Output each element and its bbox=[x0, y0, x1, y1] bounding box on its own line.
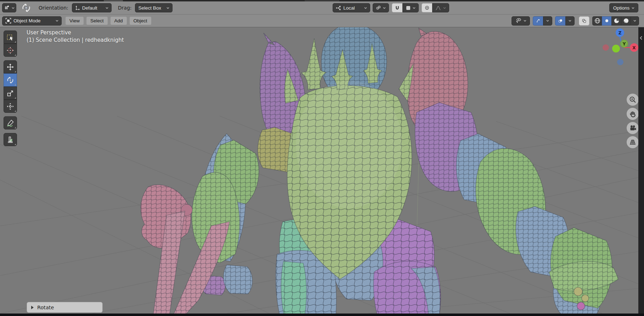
ortho-toggle-button[interactable] bbox=[627, 136, 639, 148]
proportional-editing-icon bbox=[425, 5, 429, 11]
chevron-down-icon bbox=[12, 7, 15, 9]
viewport-menus: View Select Add Object bbox=[65, 16, 154, 25]
proportional-editing-toggle[interactable] bbox=[422, 3, 432, 12]
transform-orientation-dropdown[interactable]: Local bbox=[333, 3, 370, 12]
overlays-toggle-icon bbox=[558, 18, 563, 24]
chevron-down-icon bbox=[413, 7, 416, 9]
svg-text:Y: Y bbox=[622, 41, 626, 46]
material-shading-icon bbox=[614, 18, 620, 24]
drag-dropdown[interactable]: Select Box bbox=[135, 3, 173, 12]
editor-type-button[interactable] bbox=[2, 3, 16, 12]
transform-orientation-icon bbox=[336, 5, 341, 11]
tool-select-box[interactable] bbox=[4, 31, 17, 44]
ortho-grid-icon bbox=[629, 138, 637, 146]
shading-dropdown[interactable] bbox=[631, 16, 639, 26]
viewport-header: Object Mode View Select Add Object bbox=[0, 15, 644, 27]
move-tool-icon bbox=[6, 63, 14, 71]
options-label: Options bbox=[613, 5, 630, 11]
chevron-down-icon bbox=[383, 7, 386, 9]
chevron-down-icon bbox=[633, 20, 636, 22]
chevron-down-icon bbox=[524, 20, 526, 22]
menu-view[interactable]: View bbox=[65, 16, 84, 25]
zoom-button[interactable] bbox=[627, 94, 639, 106]
orientation-value: Default bbox=[82, 5, 97, 11]
magnet-icon bbox=[395, 5, 400, 11]
chevron-down-icon bbox=[166, 7, 169, 9]
wireframe-shading-icon bbox=[594, 18, 600, 24]
shading-wireframe-button[interactable] bbox=[592, 16, 602, 26]
sidebar-collapsed-strip[interactable] bbox=[638, 27, 644, 314]
tool-rotate[interactable] bbox=[4, 73, 17, 87]
gizmo-axis-z[interactable]: Z bbox=[616, 28, 624, 37]
visibility-filter-icon bbox=[515, 18, 521, 24]
chevron-down-icon bbox=[56, 20, 58, 22]
blender-window: Orientation: Default Drag: Select Box bbox=[0, 0, 644, 316]
show-gizmo-toggle[interactable] bbox=[533, 16, 543, 26]
scale-tool-icon bbox=[6, 89, 14, 97]
select-box-tool-icon bbox=[6, 33, 14, 41]
overlays-dropdown[interactable] bbox=[565, 16, 575, 26]
mode-label: Object Mode bbox=[13, 18, 41, 23]
options-dropdown[interactable]: Options bbox=[609, 3, 638, 12]
gizmo-axis-z-negative[interactable] bbox=[617, 59, 623, 65]
svg-text:Z: Z bbox=[618, 31, 622, 35]
tool-scale[interactable] bbox=[4, 87, 17, 100]
operator-panel-label: Rotate bbox=[37, 305, 54, 310]
orientation-dropdown[interactable]: Default bbox=[72, 3, 112, 12]
menu-select[interactable]: Select bbox=[86, 16, 108, 25]
gizmo-axis-x[interactable]: X bbox=[630, 43, 638, 52]
menu-object[interactable]: Object bbox=[129, 16, 152, 25]
snap-target-dropdown[interactable] bbox=[402, 3, 419, 12]
tool-move[interactable] bbox=[4, 60, 17, 73]
snap-toggle-button[interactable] bbox=[392, 3, 402, 12]
gizmo-dropdown[interactable] bbox=[543, 16, 552, 26]
chevron-down-icon bbox=[569, 20, 571, 22]
xray-toggle[interactable] bbox=[579, 16, 589, 26]
rotate-tool-icon bbox=[6, 76, 14, 84]
model-redheadknight[interactable] bbox=[141, 27, 618, 314]
menu-add[interactable]: Add bbox=[110, 16, 127, 25]
object-visibility-dropdown[interactable] bbox=[512, 16, 530, 26]
falloff-curve-icon bbox=[435, 5, 441, 11]
show-overlays-toggle[interactable] bbox=[555, 16, 565, 26]
tool-transform[interactable] bbox=[4, 100, 17, 113]
camera-view-icon bbox=[629, 124, 637, 132]
transform-tool-icon bbox=[6, 102, 14, 110]
tool-settings-bar: Orientation: Default Drag: Select Box bbox=[0, 1, 644, 15]
zoom-icon bbox=[629, 96, 637, 104]
scene-collection-label: (1) Scene Collection | redheadknight bbox=[27, 37, 124, 44]
tool-cursor[interactable] bbox=[4, 44, 17, 57]
tool-annotate[interactable] bbox=[4, 116, 17, 129]
navigation-gizmo[interactable]: Z Y X bbox=[602, 28, 643, 69]
shading-solid-button[interactable] bbox=[602, 16, 611, 26]
cursor-tool-icon bbox=[6, 46, 14, 54]
falloff-dropdown[interactable] bbox=[432, 3, 449, 12]
active-tool-rotate-icon bbox=[21, 2, 32, 13]
tool-measure[interactable] bbox=[4, 133, 17, 146]
pan-hand-icon bbox=[629, 110, 637, 118]
operator-panel-rotate[interactable]: Rotate bbox=[27, 302, 103, 313]
mode-dropdown[interactable]: Object Mode bbox=[2, 16, 62, 26]
gizmo-axis-x-negative[interactable] bbox=[603, 44, 609, 51]
chevron-down-icon bbox=[106, 7, 108, 9]
camera-view-button[interactable] bbox=[627, 122, 639, 134]
snap-target-icon bbox=[406, 6, 411, 10]
gizmo-axis-y-negative[interactable] bbox=[612, 45, 620, 52]
drag-label: Drag: bbox=[118, 5, 132, 11]
toolbar bbox=[4, 31, 17, 146]
rendered-shading-icon bbox=[623, 18, 629, 24]
3d-viewport[interactable]: User Perspective (1) Scene Collection | … bbox=[0, 27, 644, 314]
object-mode-icon bbox=[5, 18, 11, 24]
orientation-axes-icon bbox=[75, 5, 80, 11]
shading-rendered-button[interactable] bbox=[621, 16, 631, 26]
shading-material-button[interactable] bbox=[611, 16, 621, 26]
chevron-down-icon bbox=[632, 7, 634, 9]
gizmo-axis-y[interactable]: Y bbox=[621, 40, 628, 48]
pivot-point-dropdown[interactable] bbox=[373, 3, 389, 12]
collapse-arrow-icon bbox=[639, 36, 643, 40]
editor-type-icon bbox=[4, 5, 10, 11]
viewport-overlay-text: User Perspective (1) Scene Collection | … bbox=[27, 29, 124, 44]
xray-toggle-icon bbox=[582, 18, 586, 24]
pan-button[interactable] bbox=[627, 108, 639, 120]
drag-value: Select Box bbox=[138, 5, 161, 11]
